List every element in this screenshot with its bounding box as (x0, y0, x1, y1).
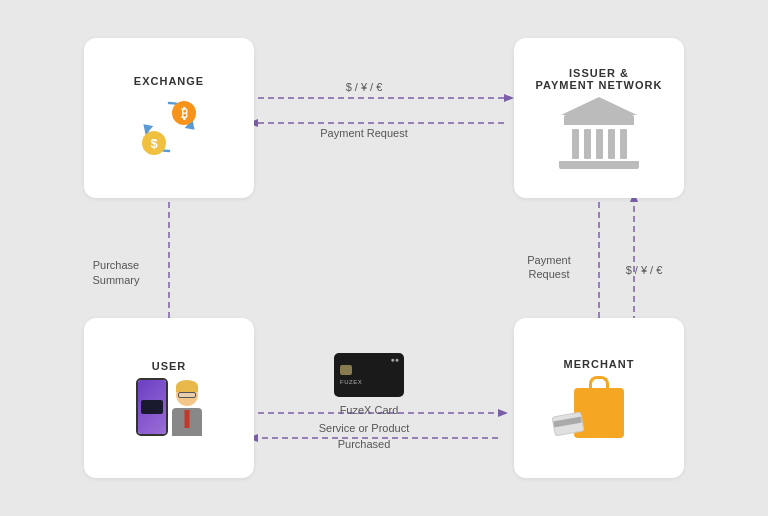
box-user: USER (84, 318, 254, 478)
bank-pediment (561, 97, 637, 115)
label-payment-request-top: Payment Request (304, 126, 424, 140)
bank-icon (559, 97, 639, 169)
bank-base (559, 161, 639, 169)
person-head (176, 384, 198, 406)
box-merchant: MERCHANT (514, 318, 684, 478)
label-payment-request-right: Payment Request (509, 253, 589, 282)
box-issuer: ISSUER & PAYMENT NETWORK (514, 38, 684, 198)
bank-col (584, 129, 591, 159)
merchant-title: MERCHANT (564, 358, 635, 370)
person-tie (185, 410, 190, 428)
card-chip (340, 365, 352, 375)
user-illustration (136, 378, 202, 436)
card-brand-icon: ●● (391, 356, 399, 363)
exchange-title: EXCHANGE (134, 75, 204, 87)
phone-card-mini (141, 400, 163, 414)
box-exchange: EXCHANGE ₿ $ (84, 38, 254, 198)
card-logo-small: FUZEX (340, 379, 398, 385)
label-service-product: Service or Product Purchased (294, 421, 434, 452)
bank-col (620, 129, 627, 159)
issuer-title: ISSUER & PAYMENT NETWORK (536, 67, 663, 91)
user-title: USER (152, 360, 187, 372)
svg-text:$: $ (150, 136, 158, 151)
phone-mock (136, 378, 168, 436)
bank-col (596, 129, 603, 159)
person-hair (176, 380, 198, 392)
label-purchase-summary: Purchase Summary (76, 258, 156, 289)
svg-marker-11 (498, 409, 508, 417)
exchange-icon: ₿ $ (129, 93, 209, 161)
person-body (172, 408, 202, 436)
fuzex-card: FUZEX ●● (334, 353, 404, 397)
merchant-icon (569, 376, 629, 438)
bank-roof (564, 115, 634, 125)
svg-marker-1 (504, 94, 514, 102)
bank-col (572, 129, 579, 159)
card-stripe (553, 417, 582, 428)
diagram: $ / ¥ / € Payment Request Purchase Summa… (24, 18, 744, 498)
person-glasses (178, 392, 196, 398)
bank-col (608, 129, 615, 159)
svg-text:₿: ₿ (181, 106, 188, 121)
label-currency-top: $ / ¥ / € (304, 80, 424, 94)
bank-columns (572, 129, 627, 159)
label-currency-right: $ / ¥ / € (614, 263, 674, 277)
fuzex-card-container: FUZEX ●● FuzeX Card (334, 353, 404, 417)
bag-handle (589, 376, 609, 390)
label-fuzex-card: FuzeX Card (340, 403, 399, 417)
user-person (172, 384, 202, 436)
phone-screen (138, 380, 166, 434)
